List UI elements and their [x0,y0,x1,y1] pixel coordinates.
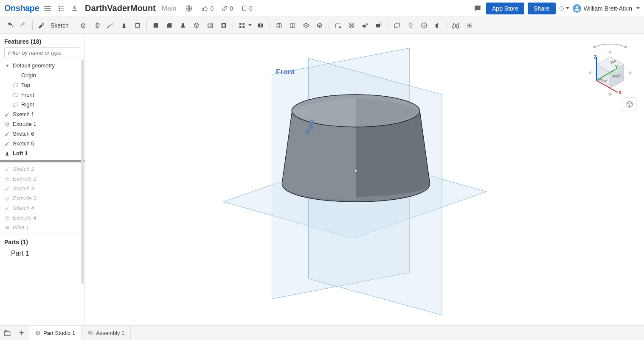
comments-icon[interactable] [472,3,483,14]
tree-part1[interactable]: Part 1 [0,248,84,259]
mate-connector-tool[interactable] [418,19,430,32]
tree-right-plane[interactable]: Right [0,100,84,109]
feature-filter-input[interactable] [4,47,80,58]
split-tool[interactable] [286,19,299,32]
tree-origin[interactable]: ◦ Origin [0,70,84,80]
chamfer-tool[interactable] [163,19,176,32]
sketch-icon [4,131,10,137]
isometric-view-button[interactable] [623,98,636,111]
tree-sketch1[interactable]: Sketch 1 [0,109,84,119]
revolve-tool[interactable] [90,19,103,32]
copies-stat[interactable]: 0 [241,5,253,12]
loft-tool[interactable] [118,19,130,32]
mirror-tool[interactable] [254,19,267,32]
sketch-tool-label[interactable]: Sketch [51,22,69,29]
app-store-button[interactable]: App Store [486,3,524,14]
tree-label: Sketch 4 [13,205,34,211]
menu-icon[interactable] [42,3,53,14]
tab-manager-button[interactable] [0,326,14,340]
scrollbar[interactable] [81,59,84,284]
tree-default-geometry[interactable]: ▾ Default geometry [0,61,84,70]
tree-sketch5[interactable]: Sketch 5 [0,139,84,148]
replace-face-tool[interactable] [372,19,385,32]
loft-icon [4,150,10,156]
tree-top-plane[interactable]: Top [0,80,84,90]
delete-face-tool[interactable] [313,19,326,32]
tab-part-studio[interactable]: Part Studio 1 [29,326,82,340]
branch-label[interactable]: Main [162,5,177,12]
part-body[interactable] [282,95,430,202]
thicken-tool[interactable] [131,19,144,32]
user-menu[interactable]: William Brett-Atkin [573,4,640,13]
tree-sketch2[interactable]: Sketch 2 [0,164,84,174]
globe-icon[interactable] [184,3,194,14]
logo[interactable]: Onshape [4,3,39,13]
tree-label: Sketch 6 [13,131,34,137]
help-icon[interactable]: ? [559,3,569,14]
tab-bar: Part Studio 1 Assembly 1 [0,325,644,340]
pattern-tool[interactable] [236,19,248,32]
tree-loft1[interactable]: Loft 1 [0,148,84,158]
plane-icon [13,102,19,108]
plane-tool[interactable] [391,19,403,32]
sketch-tool-icon[interactable] [35,19,48,32]
svg-rect-13 [242,23,245,25]
helix-tool[interactable] [404,19,417,32]
redo-button[interactable] [17,19,30,32]
svg-marker-31 [608,93,612,97]
tree-front-plane[interactable]: Front [0,90,84,100]
tree-sketch6[interactable]: Sketch 6 [0,129,84,139]
variable-tool[interactable]: (x) [450,19,462,32]
tree-sketch4[interactable]: Sketch 4 [0,203,84,213]
tab-label: Part Studio 1 [43,330,75,336]
model-view[interactable]: Front Right [85,34,644,325]
document-name[interactable]: DarthVaderMount [85,3,156,13]
extrude-tool[interactable] [77,19,90,32]
links-stat[interactable]: 0 [221,5,233,12]
tree-extrude1[interactable]: Extrude 1 [0,119,84,129]
section-view-tool[interactable] [431,19,444,32]
tree-label: Default geometry [13,62,55,69]
svg-marker-32 [588,71,591,75]
tree-extrude4[interactable]: Extrude 4 [0,213,84,223]
move-face-tool[interactable] [359,19,371,32]
tree-extrude3[interactable]: Extrude 3 [0,193,84,203]
sketch-icon [4,166,10,172]
tree-label: Loft 1 [13,150,28,156]
rollback-bar[interactable] [0,160,84,162]
tree-label: Right [21,101,34,108]
tree-toggle-icon[interactable] [56,3,66,14]
boolean-tool[interactable] [273,19,285,32]
tab-assembly[interactable]: Assembly 1 [82,326,131,340]
svg-point-6 [107,27,108,28]
view-cube[interactable]: Top Front Right Z X Y [585,42,636,93]
delete-part-tool[interactable] [345,19,358,32]
tree-sketch3[interactable]: Sketch 3 [0,184,84,193]
3d-canvas[interactable]: Front Right [85,34,644,325]
modify-fillet-tool[interactable] [332,19,344,32]
top-bar: Onshape DarthVaderMount Main 0 0 0 App S… [0,0,644,17]
custom-feature-tool[interactable] [463,19,476,32]
transform-tool[interactable] [300,19,312,32]
chevron-down-icon[interactable] [248,24,252,26]
origin-icon: ◦ [13,72,19,78]
add-tab-button[interactable] [14,326,29,340]
tree-extrude2[interactable]: Extrude 2 [0,174,84,184]
tree-label: Top [21,82,30,88]
tree-fillet1[interactable]: Fillet 1 [0,223,84,232]
fillet-tool[interactable] [149,19,162,32]
shell-tool[interactable] [190,19,203,32]
likes-stat[interactable]: 0 [202,5,214,12]
draft-tool[interactable] [177,19,189,32]
undo-button[interactable] [3,19,16,32]
hole-tool[interactable] [217,19,230,32]
insert-icon[interactable] [70,3,80,14]
fillet-icon [4,225,10,231]
likes-count: 0 [210,5,214,12]
share-button[interactable]: Share [528,3,555,14]
rib-tool[interactable] [204,19,217,32]
sweep-tool[interactable] [104,19,117,32]
svg-text:?: ? [561,7,562,10]
svg-rect-14 [239,26,242,28]
avatar-icon [573,4,581,13]
